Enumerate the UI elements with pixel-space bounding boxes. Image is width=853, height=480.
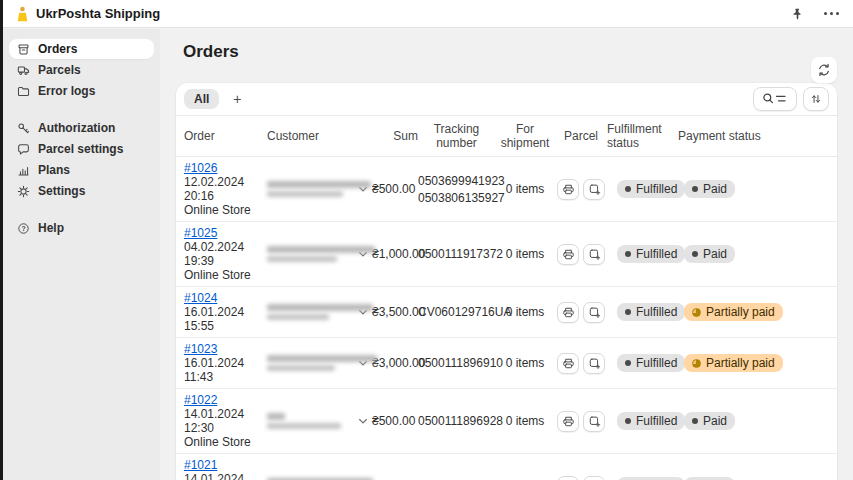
printer-icon <box>562 357 575 370</box>
status-dot-icon <box>625 418 631 424</box>
tracking-number: 0503699941923 <box>418 174 495 188</box>
order-cell: #102114.01.2024 12:14Online Store <box>184 456 267 480</box>
column-header-parcel: Parcel <box>555 123 607 149</box>
fulfillment-status-label: Fulfilled <box>636 182 677 196</box>
order-cell: #102316.01.2024 11:43 <box>184 340 267 386</box>
fulfillment-status-badge: Fulfilled <box>617 412 685 430</box>
print-label-button[interactable] <box>557 411 579 432</box>
print-label-button[interactable] <box>557 302 579 323</box>
fulfillment-status-badge: Fulfilled <box>617 180 685 198</box>
customer-cell <box>267 178 355 200</box>
order-link[interactable]: #1025 <box>184 226 217 240</box>
sort-button[interactable] <box>803 87 829 111</box>
sidebar-item-orders[interactable]: Orders <box>9 39 154 59</box>
key-icon <box>17 122 30 135</box>
payment-cell: Paid <box>678 180 829 198</box>
order-link[interactable]: #1022 <box>184 393 217 407</box>
column-header-tracking: Tracking number <box>418 116 495 156</box>
customer-name-redacted <box>267 246 375 253</box>
partially-paid-icon <box>692 359 701 368</box>
pin-icon[interactable] <box>791 7 804 21</box>
print-label-button[interactable] <box>557 179 579 200</box>
tab-all[interactable]: All <box>184 89 219 109</box>
order-link[interactable]: #1026 <box>184 161 217 175</box>
add-view-button[interactable]: + <box>225 89 249 109</box>
payment-status-badge: Paid <box>684 412 735 430</box>
refresh-button[interactable] <box>811 57 837 83</box>
customer-phone-redacted <box>267 423 341 429</box>
sidebar-item-label: Error logs <box>38 84 95 98</box>
fulfillment-status-label: Fulfilled <box>636 356 677 370</box>
payment-status-label: Partially paid <box>706 305 775 319</box>
create-parcel-button[interactable] <box>583 179 605 200</box>
status-dot-icon <box>692 251 698 257</box>
for-shipment-cell: 0 items <box>495 356 555 370</box>
sidebar-item-parcels[interactable]: Parcels <box>9 60 154 80</box>
sum-cell: ₴500.00 <box>372 182 418 196</box>
parcel-cell <box>555 244 607 265</box>
parcel-cell <box>555 179 607 200</box>
sidebar-item-label: Parcel settings <box>38 142 123 156</box>
payment-cell: Partially paid <box>678 354 829 372</box>
sum-cell: ₴500.00 <box>372 414 418 428</box>
main-content: Orders All + <box>160 29 853 480</box>
create-parcel-button[interactable] <box>583 411 605 432</box>
order-date: 14.01.2024 12:14 <box>184 472 267 480</box>
customer-phone-redacted <box>267 314 329 320</box>
status-dot-icon <box>692 418 698 424</box>
payment-status-label: Paid <box>703 414 727 428</box>
create-parcel-button[interactable] <box>583 302 605 323</box>
order-cell: #102416.01.2024 15:55 <box>184 289 267 335</box>
sidebar-item-label: Plans <box>38 163 70 177</box>
status-dot-icon <box>625 251 631 257</box>
search-filter-icon <box>762 92 788 106</box>
for-shipment-cell: 0 items <box>495 414 555 428</box>
customer-phone-redacted <box>267 365 335 371</box>
print-label-button[interactable] <box>557 476 579 480</box>
parcel-cell <box>555 476 607 480</box>
sidebar-item-parcel-settings[interactable]: Parcel settings <box>9 139 154 159</box>
folder-icon <box>17 85 30 98</box>
order-date: 12.02.2024 20:16 <box>184 175 267 203</box>
help-icon: ? <box>17 222 30 235</box>
parcel-cell <box>555 353 607 374</box>
order-channel: Online Store <box>184 435 267 449</box>
order-link[interactable]: #1021 <box>184 458 217 472</box>
customer-cell <box>267 243 355 265</box>
sidebar-item-authorization[interactable]: Authorization <box>9 118 154 138</box>
duplicate-plus-icon <box>588 183 601 196</box>
printer-icon <box>562 248 575 261</box>
order-date: 16.01.2024 15:55 <box>184 305 267 333</box>
status-dot-icon <box>625 360 631 366</box>
print-label-button[interactable] <box>557 244 579 265</box>
sum-cell: ₴3,000.00 <box>372 356 418 370</box>
duplicate-plus-icon <box>588 248 601 261</box>
sidebar-item-plans[interactable]: Plans <box>9 160 154 180</box>
sort-icon <box>810 92 822 106</box>
expand-customer-button[interactable] <box>355 413 371 429</box>
table-row: #102114.01.2024 12:14Online Store₴500.00… <box>176 454 837 480</box>
app-title: UkrPoshta Shipping <box>36 6 160 21</box>
order-link[interactable]: #1023 <box>184 342 217 356</box>
payment-cell: Paid <box>678 412 829 430</box>
customer-name-redacted <box>267 413 285 420</box>
column-header-fulfillment: Fulfillment status <box>607 116 678 156</box>
fulfillment-status-label: Fulfilled <box>636 305 677 319</box>
create-parcel-button[interactable] <box>583 353 605 374</box>
fulfillment-cell: Fulfilled <box>607 303 678 321</box>
create-parcel-button[interactable] <box>583 476 605 480</box>
column-header-payment: Payment status <box>678 123 829 149</box>
customer-phone-redacted <box>267 256 337 262</box>
sidebar-item-settings[interactable]: Settings <box>9 181 154 201</box>
orders-icon <box>17 43 30 56</box>
fulfillment-status-label: Fulfilled <box>636 247 677 261</box>
order-link[interactable]: #1024 <box>184 291 217 305</box>
create-parcel-button[interactable] <box>583 244 605 265</box>
sidebar-item-error-logs[interactable]: Error logs <box>9 81 154 101</box>
more-menu-icon[interactable] <box>824 12 839 15</box>
sidebar-item-help[interactable]: ? Help <box>9 218 154 238</box>
search-filter-button[interactable] <box>753 87 797 111</box>
sidebar-item-label: Settings <box>38 184 85 198</box>
print-label-button[interactable] <box>557 353 579 374</box>
table-row: #102612.02.2024 20:16Online Store₴500.00… <box>176 157 837 222</box>
